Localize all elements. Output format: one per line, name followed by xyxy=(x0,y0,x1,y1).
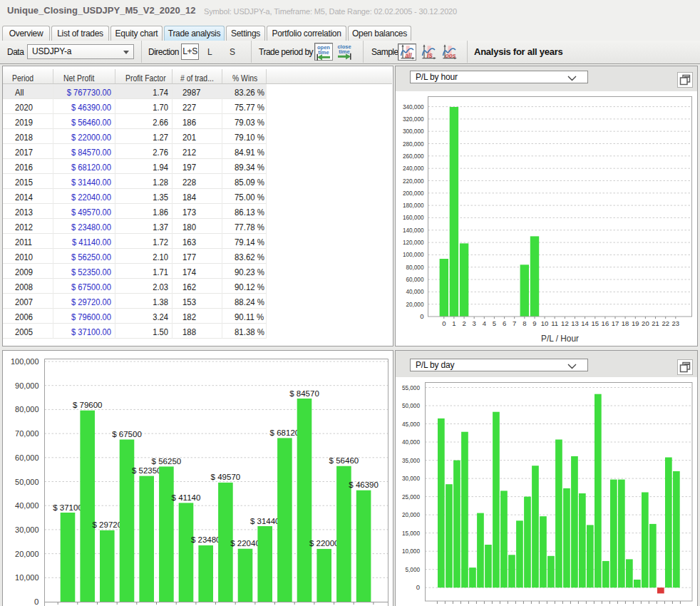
svg-text:$ 23480: $ 23480 xyxy=(191,535,221,544)
svg-text:173: 173 xyxy=(182,207,196,217)
svg-text:1.35: 1.35 xyxy=(153,192,168,202)
svg-text:5: 5 xyxy=(493,319,496,327)
svg-text:177: 177 xyxy=(182,252,196,262)
svg-text:45,000: 45,000 xyxy=(402,420,420,428)
svg-text:80,000: 80,000 xyxy=(15,405,38,414)
svg-text:15: 15 xyxy=(592,319,599,327)
svg-text:18: 18 xyxy=(622,319,629,327)
svg-text:$ 22040: $ 22040 xyxy=(230,539,260,548)
svg-text:120,000: 120,000 xyxy=(403,238,424,246)
svg-text:201: 201 xyxy=(182,132,196,143)
svg-text:$ 52350.00: $ 52350.00 xyxy=(71,267,111,277)
svg-text:6: 6 xyxy=(503,319,506,327)
svg-text:1.27: 1.27 xyxy=(153,132,168,143)
svg-text:2011: 2011 xyxy=(15,237,32,247)
svg-text:5,000: 5,000 xyxy=(406,565,421,573)
svg-text:2.66: 2.66 xyxy=(153,117,168,128)
svg-text:$ 22000.00: $ 22000.00 xyxy=(71,132,111,143)
svg-text:20: 20 xyxy=(642,319,649,327)
svg-text:50,000: 50,000 xyxy=(402,401,420,409)
svg-text:160,000: 160,000 xyxy=(403,213,424,221)
svg-text:80,000: 80,000 xyxy=(406,263,423,271)
svg-text:30,000: 30,000 xyxy=(402,474,420,482)
svg-text:$ 22000: $ 22000 xyxy=(309,539,339,548)
svg-text:$ 67500: $ 67500 xyxy=(112,430,142,438)
svg-text:186: 186 xyxy=(182,117,196,128)
svg-text:86.13 %: 86.13 % xyxy=(235,207,264,217)
svg-text:2014: 2014 xyxy=(15,192,33,202)
svg-text:240,000: 240,000 xyxy=(403,164,424,172)
svg-text:$ 22040.00: $ 22040.00 xyxy=(71,192,111,202)
svg-text:P/L / Hour: P/L / Hour xyxy=(541,333,580,344)
svg-text:0: 0 xyxy=(442,319,446,327)
svg-text:0: 0 xyxy=(420,312,423,320)
svg-text:# of trad...: # of trad... xyxy=(180,73,214,83)
svg-text:180: 180 xyxy=(182,222,196,232)
svg-text:$ 52350: $ 52350 xyxy=(132,466,162,475)
svg-text:320,000: 320,000 xyxy=(403,115,424,123)
svg-text:1.71: 1.71 xyxy=(153,267,168,277)
svg-text:25,000: 25,000 xyxy=(402,493,420,500)
svg-text:300,000: 300,000 xyxy=(403,127,424,135)
svg-text:260,000: 260,000 xyxy=(403,152,424,160)
svg-text:$ 56250: $ 56250 xyxy=(152,457,182,466)
svg-text:220,000: 220,000 xyxy=(403,177,424,185)
svg-text:$ 49570: $ 49570 xyxy=(211,473,241,481)
svg-text:79.10 %: 79.10 % xyxy=(235,132,264,143)
svg-text:$ 41140: $ 41140 xyxy=(172,493,201,502)
svg-text:time: time xyxy=(339,48,349,55)
svg-text:140,000: 140,000 xyxy=(403,226,424,234)
svg-text:1.70: 1.70 xyxy=(153,102,168,113)
svg-text:55,000: 55,000 xyxy=(402,384,420,391)
svg-text:280,000: 280,000 xyxy=(403,140,424,148)
svg-text:15,000: 15,000 xyxy=(402,529,420,537)
svg-text:79.14 %: 79.14 % xyxy=(235,237,264,247)
svg-text:10,000: 10,000 xyxy=(402,547,420,555)
svg-text:1.72: 1.72 xyxy=(153,237,168,247)
svg-text:1.28: 1.28 xyxy=(153,177,168,188)
svg-text:85.09 %: 85.09 % xyxy=(235,177,264,188)
svg-text:2017: 2017 xyxy=(15,147,33,158)
svg-text:4: 4 xyxy=(483,319,486,327)
svg-text:3.24: 3.24 xyxy=(153,312,168,322)
svg-text:2: 2 xyxy=(462,319,465,327)
svg-text:2.10: 2.10 xyxy=(153,252,168,262)
svg-text:$ 46390.00: $ 46390.00 xyxy=(71,102,111,113)
svg-text:81.38 %: 81.38 % xyxy=(235,327,264,337)
svg-text:Net Profit: Net Profit xyxy=(63,73,95,83)
svg-text:180,000: 180,000 xyxy=(403,201,424,209)
svg-text:2006: 2006 xyxy=(15,312,33,322)
svg-text:2015: 2015 xyxy=(15,177,33,188)
svg-text:83.62 %: 83.62 % xyxy=(235,252,264,262)
svg-text:$ 37100: $ 37100 xyxy=(53,503,83,512)
svg-text:89.34 %: 89.34 % xyxy=(235,162,264,173)
svg-text:21: 21 xyxy=(652,319,659,327)
svg-text:2009: 2009 xyxy=(15,267,33,277)
svg-text:2019: 2019 xyxy=(15,117,33,128)
svg-text:84.91 %: 84.91 % xyxy=(235,147,264,158)
svg-text:20,000: 20,000 xyxy=(402,510,420,518)
svg-text:340,000: 340,000 xyxy=(403,103,424,111)
svg-text:1.50: 1.50 xyxy=(153,327,168,337)
svg-text:10: 10 xyxy=(541,319,549,327)
svg-text:20,000: 20,000 xyxy=(406,300,423,308)
svg-text:$ 23480.00: $ 23480.00 xyxy=(71,222,111,232)
svg-text:% Wins: % Wins xyxy=(232,73,258,83)
svg-text:2016: 2016 xyxy=(15,162,33,173)
svg-text:227: 227 xyxy=(182,102,196,113)
svg-text:2.03: 2.03 xyxy=(153,282,168,292)
svg-text:$ 767730.00: $ 767730.00 xyxy=(67,87,111,98)
svg-text:$ 79600.00: $ 79600.00 xyxy=(71,312,111,322)
svg-text:$ 68120.00: $ 68120.00 xyxy=(71,162,111,173)
svg-text:30,000: 30,000 xyxy=(15,525,38,534)
svg-text:197: 197 xyxy=(182,162,196,173)
svg-text:2008: 2008 xyxy=(15,282,33,292)
svg-text:22: 22 xyxy=(662,319,669,327)
svg-text:$ 41140.00: $ 41140.00 xyxy=(72,237,111,247)
svg-text:$ 56250.00: $ 56250.00 xyxy=(71,252,111,262)
svg-text:60,000: 60,000 xyxy=(406,275,423,283)
svg-text:16: 16 xyxy=(602,319,609,327)
svg-text:174: 174 xyxy=(182,267,196,277)
svg-text:90.12 %: 90.12 % xyxy=(235,282,264,292)
svg-text:3: 3 xyxy=(473,319,476,327)
